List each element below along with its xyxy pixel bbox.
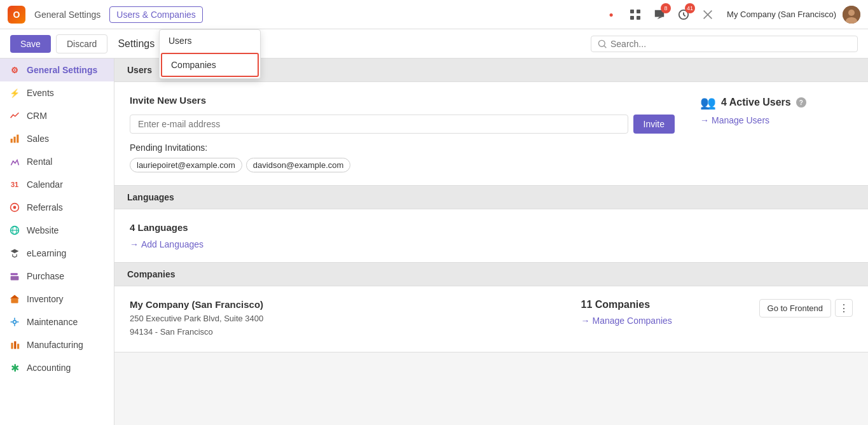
elearning-icon [9,247,20,259]
manage-companies-arrow: → [581,316,590,326]
avatar[interactable] [843,6,860,24]
sidebar-item-rental[interactable]: Rental [0,150,114,173]
sidebar-label-crm: CRM [27,111,47,121]
top-bar: O General Settings Users & Companies ● 8… [0,0,868,29]
invite-title: Invite New Users [130,95,675,106]
svg-rect-12 [11,139,13,143]
help-icon[interactable]: ? [796,97,806,108]
svg-rect-14 [17,135,18,143]
app-logo[interactable]: O [8,6,25,24]
accounting-icon: ✱ [9,362,20,373]
sidebar-item-accounting[interactable]: ✱ Accounting [0,356,114,379]
dropdown-item-users[interactable]: Users [160,30,260,52]
manage-companies-link[interactable]: → Manage Companies [581,316,734,326]
svg-rect-3 [637,16,640,20]
go-to-frontend-button[interactable]: Go to Frontend [759,299,831,317]
sidebar-label-sales: Sales [27,134,49,144]
chat-icon[interactable]: 8 [651,6,668,24]
events-icon: ⚡ [9,87,20,99]
active-users-count: 4 Active Users [721,97,791,108]
calendar-icon: 31 [9,179,20,190]
search-box[interactable] [591,36,858,52]
sidebar-label-accounting: Accounting [27,363,71,373]
companies-section-header: Companies [114,263,868,286]
svg-rect-21 [11,276,19,280]
email-input[interactable] [130,115,628,134]
discard-button[interactable]: Discard [56,34,107,53]
svg-rect-2 [630,16,634,20]
crm-icon [9,110,20,122]
languages-count: 4 Languages [130,222,853,233]
activity-icon[interactable]: 41 [675,6,692,24]
main-content: Users Invite New Users Invite Pending In… [114,59,868,425]
sidebar-item-purchase[interactable]: Purchase [0,265,114,288]
chat-badge: 8 [661,3,671,13]
languages-section-header: Languages [114,186,868,209]
manufacturing-icon [9,339,20,351]
dropdown-item-companies[interactable]: Companies [161,53,259,77]
pending-tags-row: lauriepoiret@example.com davidson@exampl… [130,158,675,172]
company-address-1: 250 Executive Park Blvd, Suite 3400 [130,312,556,326]
svg-rect-31 [17,344,19,349]
languages-section-body: 4 Languages → Add Languages [114,209,868,263]
sidebar-item-maintenance[interactable]: Maintenance [0,310,114,333]
svg-rect-13 [13,137,15,143]
sidebar-item-manufacturing[interactable]: Manufacturing [0,333,114,356]
three-dot-menu[interactable]: ⋮ [835,299,853,317]
top-bar-icons: ● 8 41 My Company (San Franci [602,6,860,24]
sidebar-label-inventory: Inventory [27,294,64,304]
sidebar-item-calendar[interactable]: 31 Calendar [0,173,114,196]
add-languages-arrow: → [130,239,139,249]
sidebar-item-sales[interactable]: Sales [0,127,114,150]
sidebar: ⚙ General Settings ⚡ Events CRM Sales Re… [0,59,114,425]
users-companies-menu[interactable]: Users & Companies [109,6,203,23]
sidebar-item-events[interactable]: ⚡ Events [0,81,114,104]
svg-rect-30 [14,341,16,349]
invite-button[interactable]: Invite [633,115,675,134]
rental-icon [9,156,20,167]
sidebar-label-elearning: eLearning [27,248,66,258]
sidebar-label-maintenance: Maintenance [27,317,78,327]
svg-point-8 [848,10,855,16]
status-dot[interactable]: ● [602,6,620,24]
sidebar-item-inventory[interactable]: Inventory [0,288,114,310]
add-languages-link[interactable]: → Add Languages [130,239,853,249]
inventory-icon [9,293,20,305]
svg-line-11 [604,45,607,48]
sales-icon [9,133,20,144]
sidebar-label-referrals: Referrals [27,202,63,212]
company-label: My Company (San Francisco) [727,10,836,19]
manage-users-link[interactable]: → Manage Users [700,115,853,125]
sidebar-label-manufacturing: Manufacturing [27,340,83,350]
sidebar-item-elearning[interactable]: eLearning [0,242,114,265]
add-languages-label: Add Languages [141,239,203,249]
companies-count: 11 Companies [581,299,734,310]
sidebar-label-website: Website [27,225,59,235]
sidebar-item-referrals[interactable]: Referrals [0,196,114,219]
companies-section-body: My Company (San Francisco) 250 Executive… [114,286,868,352]
general-settings-link[interactable]: General Settings [31,7,104,22]
referrals-icon [9,202,20,213]
sidebar-label-calendar: Calendar [27,179,63,190]
users-section-body: Invite New Users Invite Pending Invitati… [114,82,868,186]
save-button[interactable]: Save [10,35,51,53]
pending-tag-0[interactable]: lauriepoiret@example.com [130,158,242,172]
sidebar-label-purchase: Purchase [27,271,64,281]
search-input[interactable] [610,39,851,49]
manage-users-arrow: → [700,115,709,125]
sidebar-item-general-settings[interactable]: ⚙ General Settings [0,59,114,81]
sidebar-item-website[interactable]: Website [0,219,114,242]
sidebar-item-crm[interactable]: CRM [0,104,114,127]
active-users-row: 👥 4 Active Users ? [700,95,853,110]
company-address-2: 94134 - San Francisco [130,326,556,339]
svg-rect-1 [637,10,640,13]
svg-rect-0 [630,10,634,13]
manage-users-label: Manage Users [712,115,769,125]
svg-rect-22 [11,298,18,303]
page-title: Settings [118,38,155,50]
wrench-icon[interactable] [699,6,717,24]
main-layout: ⚙ General Settings ⚡ Events CRM Sales Re… [0,59,868,425]
grid-icon[interactable] [626,6,644,24]
pending-tag-1[interactable]: davidson@example.com [246,158,351,172]
sidebar-label-events: Events [27,88,54,98]
